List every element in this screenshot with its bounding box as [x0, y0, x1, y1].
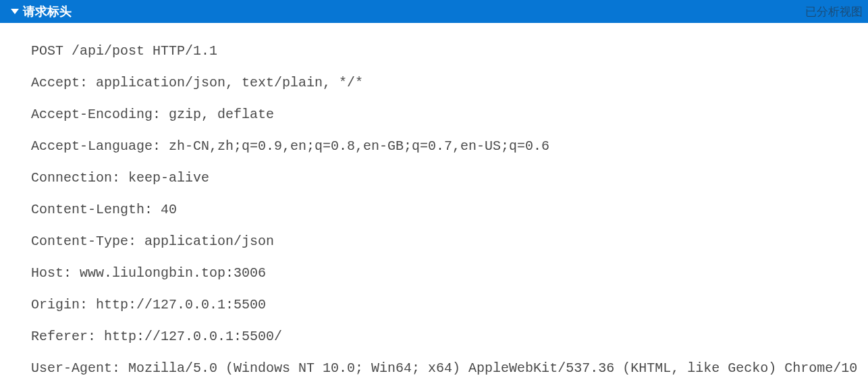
header-row: Host: www.liulongbin.top:3006: [31, 257, 868, 289]
header-row: User-Agent: Mozilla/5.0 (Windows NT 10.0…: [31, 352, 868, 382]
header-row: Accept-Encoding: gzip, deflate: [31, 99, 868, 130]
headers-content: POST /api/post HTTP/1.1 Accept: applicat…: [0, 23, 868, 382]
header-row: Accept: application/json, text/plain, */…: [31, 67, 868, 99]
header-row: Referer: http://127.0.0.1:5500/: [31, 321, 868, 352]
header-row: Origin: http://127.0.0.1:5500: [31, 289, 868, 321]
section-header[interactable]: 请求标头 已分析视图: [0, 0, 868, 23]
header-row: Content-Type: application/json: [31, 225, 868, 257]
section-title: 请求标头: [23, 3, 72, 20]
header-left: 请求标头: [11, 3, 72, 20]
header-row: Accept-Language: zh-CN,zh;q=0.9,en;q=0.8…: [31, 130, 868, 162]
collapse-icon[interactable]: [11, 9, 19, 14]
request-line: POST /api/post HTTP/1.1: [31, 35, 868, 67]
header-row: Connection: keep-alive: [31, 162, 868, 194]
header-row: Content-Length: 40: [31, 194, 868, 225]
view-toggle-link[interactable]: 已分析视图: [805, 4, 863, 20]
